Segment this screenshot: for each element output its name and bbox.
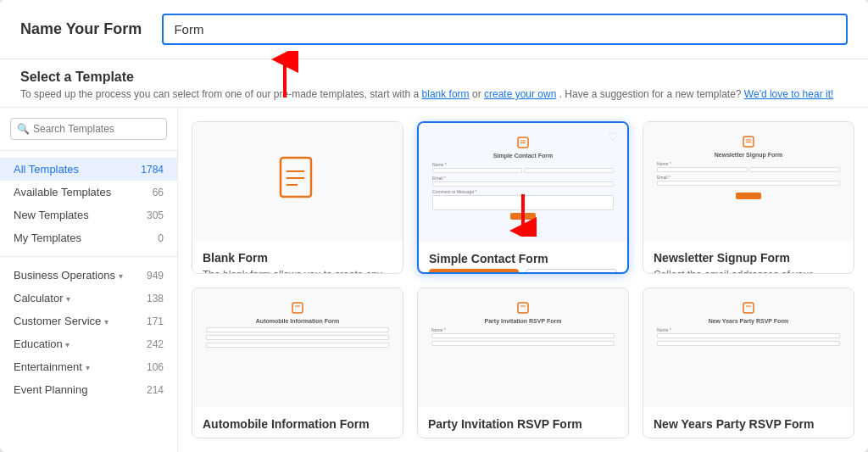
card-body-contact: Simple Contact Form Use Template View De… [419, 242, 627, 274]
form-name-input[interactable] [162, 14, 848, 45]
card-body-auto: Automobile Information Form [192, 407, 403, 438]
create-own-link[interactable]: create your own [484, 88, 556, 100]
chevron-icon: ▾ [119, 271, 123, 281]
blank-form-link[interactable]: blank form [422, 88, 470, 100]
card-preview-auto: Automobile Information Form [192, 288, 403, 407]
sidebar-category-entertainment[interactable]: Entertainment ▾ 106 [0, 355, 177, 378]
search-icon: 🔍 [17, 123, 30, 135]
svg-rect-14 [292, 303, 303, 313]
auto-form-title: Automobile Information Form [203, 417, 392, 431]
card-body-party: Party Invitation RSVP Form [418, 407, 628, 438]
view-demo-button[interactable]: View Demo [526, 269, 617, 274]
template-card-newsletter[interactable]: Newsletter Signup Form Name * Email * Ne… [643, 121, 854, 274]
use-template-button[interactable]: Use Template [429, 269, 519, 274]
card-preview-contact: ♡ Simple Contact Form Name * Email * [419, 123, 627, 242]
newsletter-form-title: Newsletter Signup Form [654, 251, 843, 265]
newyear-form-title: New Years Party RSVP Form [654, 417, 843, 431]
template-card-simple-contact[interactable]: ♡ Simple Contact Form Name * Email * [417, 121, 629, 274]
card-preview-newsletter: Newsletter Signup Form Name * Email * [643, 122, 854, 241]
newsletter-form-desc: Collect the email addresses of your webs… [654, 268, 843, 274]
template-card-party[interactable]: Party Invitation RSVP Form Name * Party … [417, 287, 629, 438]
sidebar-divider-2 [0, 256, 177, 257]
form-name-label: Name Your Form [20, 20, 142, 38]
svg-rect-18 [743, 303, 754, 313]
blank-form-title: Blank Form [203, 251, 392, 265]
contact-form-title: Simple Contact Form [429, 252, 617, 265]
mini-form-contact: Simple Contact Form Name * Email * Comme… [426, 130, 620, 235]
card-preview-party: Party Invitation RSVP Form Name * [418, 288, 628, 407]
sidebar-category-calculator[interactable]: Calculator ▾ 138 [0, 287, 177, 310]
mini-form-newyear: New Years Party RSVP Form Name * [650, 295, 847, 400]
card-body-newyear: New Years Party RSVP Form [643, 407, 854, 438]
content-area: 🔍 All Templates 1784 Available Templates… [0, 108, 868, 452]
suggestion-link[interactable]: We'd love to hear it! [744, 88, 833, 100]
card-actions-contact: Use Template View Demo [429, 269, 617, 274]
card-body-newsletter: Newsletter Signup Form Collect the email… [643, 241, 854, 274]
card-preview-blank [192, 122, 403, 241]
blank-form-desc: The blank form allows you to create any … [203, 268, 392, 274]
chevron-icon: ▾ [86, 363, 90, 372]
sidebar: 🔍 All Templates 1784 Available Templates… [0, 108, 178, 452]
sidebar-item-available-templates[interactable]: Available Templates 66 [0, 181, 177, 204]
template-card-newyear[interactable]: New Years Party RSVP Form Name * New Yea… [643, 287, 854, 438]
sidebar-category-business[interactable]: Business Operations ▾ 949 [0, 264, 177, 287]
chevron-icon: ▾ [66, 294, 70, 304]
svg-rect-16 [518, 303, 528, 313]
card-body-blank: Blank Form The blank form allows you to … [192, 241, 403, 274]
app-window: Name Your Form Select a Template To spee [0, 0, 868, 452]
select-template-desc: To speed up the process you can select f… [20, 88, 848, 100]
heart-icon[interactable]: ♡ [608, 130, 619, 143]
search-box: 🔍 [10, 118, 167, 140]
select-template-header: Select a Template To speed up the proces… [0, 59, 868, 108]
sidebar-category-education[interactable]: Education ▾ 242 [0, 332, 177, 355]
sidebar-item-new-templates[interactable]: New Templates 305 [0, 204, 177, 226]
sidebar-category-event-planning[interactable]: Event Planning 214 [0, 378, 177, 401]
blank-form-icon [279, 156, 316, 208]
top-bar: Name Your Form [0, 0, 868, 59]
party-form-title: Party Invitation RSVP Form [428, 417, 618, 431]
mini-form-auto: Automobile Information Form [199, 295, 396, 400]
sidebar-divider [0, 150, 177, 151]
templates-grid: Blank Form The blank form allows you to … [178, 108, 868, 452]
sidebar-category-customer-service[interactable]: Customer Service ▾ 171 [0, 310, 177, 332]
sidebar-item-all-templates[interactable]: All Templates 1784 [0, 158, 177, 181]
template-card-blank[interactable]: Blank Form The blank form allows you to … [192, 121, 403, 274]
select-template-title: Select a Template [20, 70, 848, 85]
mini-form-party: Party Invitation RSVP Form Name * [425, 295, 621, 400]
search-input[interactable] [10, 118, 167, 140]
card-preview-newyear: New Years Party RSVP Form Name * [643, 288, 854, 407]
chevron-icon: ▾ [65, 340, 70, 349]
mini-form-newsletter: Newsletter Signup Form Name * Email * [650, 129, 847, 234]
chevron-icon: ▾ [104, 317, 108, 326]
template-card-auto[interactable]: Automobile Information Form Automobile I… [192, 287, 403, 438]
sidebar-item-my-templates[interactable]: My Templates 0 [0, 226, 177, 249]
